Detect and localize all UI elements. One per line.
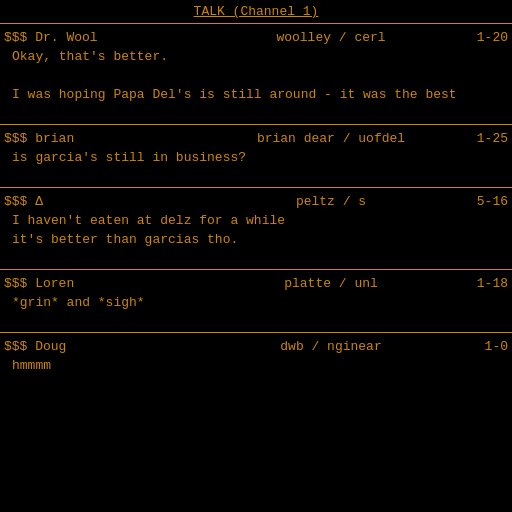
message-block: $$$ brianbrian dear / uofdel1-25is garci… (0, 124, 512, 187)
title-bar: TALK (Channel 1) (0, 0, 512, 23)
message-id: 1-18 (458, 276, 508, 291)
message-block: $$$ Dr. Woolwoolley / cerl1-20Okay, that… (0, 23, 512, 124)
message-block: $$$ Dougdwb / nginear1-0hmmmm (0, 332, 512, 395)
message-line (0, 66, 512, 85)
message-line: *grin* and *sigh* (0, 293, 512, 312)
message-handle: platte / unl (204, 276, 458, 291)
message-id: 1-20 (458, 30, 508, 45)
message-header: $$$ Δpeltz / s5-16 (0, 192, 512, 211)
message-handle: dwb / nginear (204, 339, 458, 354)
message-header: $$$ brianbrian dear / uofdel1-25 (0, 129, 512, 148)
message-line: it's better than garcias tho. (0, 230, 512, 249)
message-header: $$$ Dr. Woolwoolley / cerl1-20 (0, 28, 512, 47)
message-handle: brian dear / uofdel (204, 131, 458, 146)
message-name: $$$ Dr. Wool (4, 30, 204, 45)
messages-container: $$$ Dr. Woolwoolley / cerl1-20Okay, that… (0, 23, 512, 395)
message-name: $$$ Doug (4, 339, 204, 354)
message-handle: peltz / s (204, 194, 458, 209)
message-line: Okay, that's better. (0, 47, 512, 66)
message-line: I was hoping Papa Del's is still around … (0, 85, 512, 104)
message-id: 5-16 (458, 194, 508, 209)
message-header: $$$ Lorenplatte / unl1-18 (0, 274, 512, 293)
message-line: is garcia's still in business? (0, 148, 512, 167)
message-id: 1-0 (458, 339, 508, 354)
message-id: 1-25 (458, 131, 508, 146)
message-header: $$$ Dougdwb / nginear1-0 (0, 337, 512, 356)
message-name: $$$ Loren (4, 276, 204, 291)
message-name: $$$ Δ (4, 194, 204, 209)
message-line: hmmmm (0, 356, 512, 375)
message-line: I haven't eaten at delz for a while (0, 211, 512, 230)
message-block: $$$ Lorenplatte / unl1-18*grin* and *sig… (0, 269, 512, 332)
message-name: $$$ brian (4, 131, 204, 146)
message-block: $$$ Δpeltz / s5-16I haven't eaten at del… (0, 187, 512, 269)
title-text: TALK (Channel 1) (194, 4, 319, 19)
message-handle: woolley / cerl (204, 30, 458, 45)
